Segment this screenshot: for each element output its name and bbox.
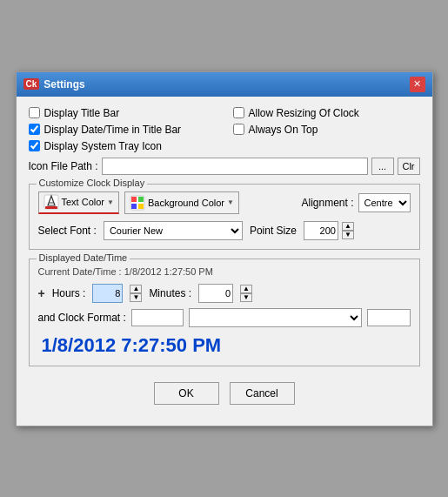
text-color-label: Text Color [62,197,105,207]
allow-resizing-label: Allow Resizing Of Clock [249,107,359,119]
icon-path-label: Icon File Path : [29,160,98,172]
text-color-arrow: ▼ [107,198,114,206]
display-tray-row: Display System Tray Icon [29,140,420,152]
icon-path-input[interactable] [102,158,368,175]
text-color-icon [43,194,59,210]
color-buttons-row: Text Color ▼ Background Color ▼ [38,191,411,214]
bg-color-button[interactable]: Background Color ▼ [124,191,239,214]
close-button[interactable]: ✕ [410,77,425,92]
right-options: Allow Resizing Of Clock Always On Top [233,107,420,140]
select-font-label: Select Font : [38,225,97,237]
font-select[interactable]: Courier New Arial Times New Roman Verdan… [104,221,243,240]
point-size-spinners: ▲ ▼ [342,222,354,239]
alignment-label: Alignment : [301,197,353,209]
minutes-down[interactable]: ▼ [240,293,252,302]
format-suffix-input[interactable] [367,309,411,326]
svg-rect-5 [131,197,137,202]
left-options: Display Title Bar Display Date/Time in T… [29,107,216,140]
datetime-group-label: Displayed Date/Time [37,252,130,263]
top-section: Display Title Bar Display Date/Time in T… [29,107,420,140]
bg-color-arrow: ▼ [227,198,234,206]
allow-resizing-checkbox[interactable] [233,107,244,118]
font-row: Select Font : Courier New Arial Times Ne… [38,221,411,240]
clear-button[interactable]: Clr [398,158,420,175]
browse-button[interactable]: ... [371,158,394,175]
format-select[interactable] [189,308,362,327]
hours-up[interactable]: ▲ [130,285,142,293]
preview-time: 1/8/2012 7:27:50 PM [42,334,411,357]
display-tray-label: Display System Tray Icon [44,140,162,152]
display-title-bar-checkbox[interactable] [29,107,40,118]
hours-input[interactable] [92,284,123,303]
title-bar-left: Ck Settings [23,78,85,91]
allow-resizing-row: Allow Resizing Of Clock [233,107,420,119]
ok-button[interactable]: OK [154,382,219,405]
customize-group-label: Customize Clock Display [37,178,148,188]
content-area: Display Title Bar Display Date/Time in T… [17,97,432,426]
svg-rect-3 [45,206,57,209]
clock-format-label: and Clock Format : [38,312,126,324]
title-bar: Ck Settings ✕ [17,72,432,97]
alignment-select[interactable]: Left Centre Right [358,193,411,212]
svg-rect-8 [138,204,144,209]
cancel-button[interactable]: Cancel [230,382,295,405]
display-title-bar-row: Display Title Bar [29,107,216,119]
display-title-bar-label: Display Title Bar [44,107,120,119]
customize-group: Customize Clock Display Text Color ▼ [29,184,420,250]
always-on-top-label: Always On Top [249,124,318,136]
clock-format-row: and Clock Format : [38,308,411,327]
svg-rect-6 [138,197,144,202]
hours-spinners: ▲ ▼ [130,285,142,302]
point-size-label: Point Size [250,225,297,237]
settings-window: Ck Settings ✕ Display Title Bar Display … [16,71,433,426]
minutes-spinners: ▲ ▼ [240,285,252,302]
icon-path-row: Icon File Path : ... Clr [29,158,420,175]
hours-label: Hours : [52,287,86,299]
always-on-top-row: Always On Top [233,124,420,136]
svg-rect-7 [131,204,137,209]
minutes-up[interactable]: ▲ [240,285,252,293]
alignment-group: Alignment : Left Centre Right [301,193,410,212]
text-color-button[interactable]: Text Color ▼ [38,191,119,214]
format-input[interactable] [131,309,184,326]
hours-down[interactable]: ▼ [130,293,142,302]
display-datetime-title-checkbox[interactable] [29,124,40,135]
bg-color-icon [130,195,145,211]
footer: OK Cancel [29,375,420,415]
datetime-group: Displayed Date/Time Current Date/Time : … [29,259,420,366]
minutes-input[interactable] [198,284,233,303]
point-size-down[interactable]: ▼ [342,231,354,239]
plus-label: + [38,286,45,300]
window-title: Settings [43,78,84,91]
point-size-input[interactable]: 200 [304,221,338,240]
always-on-top-checkbox[interactable] [233,124,244,135]
current-datetime: Current Date/Time : 1/8/2012 1:27:50 PM [38,266,411,277]
display-tray-checkbox[interactable] [29,140,40,151]
ck-logo: Ck [23,78,40,90]
hours-minutes-row: + Hours : ▲ ▼ Minutes : ▲ ▼ [38,284,411,303]
display-datetime-title-label: Display Date/Time in Title Bar [44,124,182,136]
display-datetime-title-row: Display Date/Time in Title Bar [29,124,216,136]
bg-color-label: Background Color [148,198,224,208]
point-size-group: 200 ▲ ▼ [304,221,354,240]
minutes-label: Minutes : [149,287,191,299]
point-size-up[interactable]: ▲ [342,222,354,231]
